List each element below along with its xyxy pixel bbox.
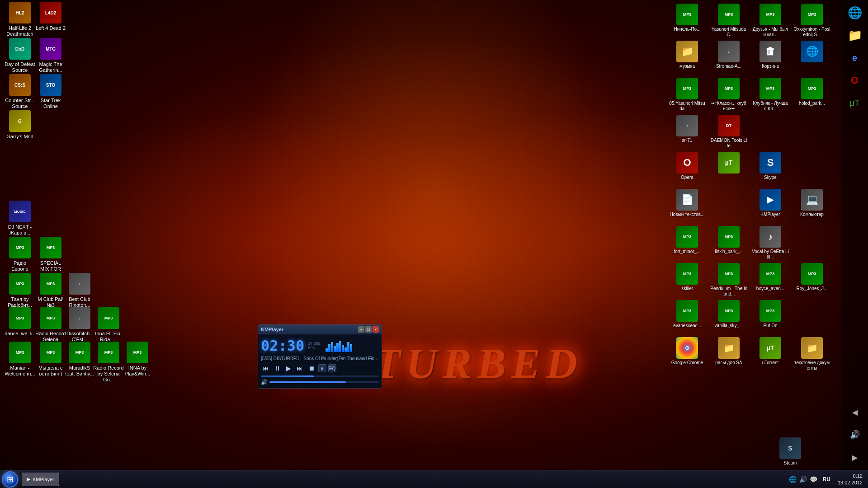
my-dela-label: Мы дела е вето (янп) <box>34 365 67 377</box>
pendulum-label: Pendulum - The Island... <box>709 286 748 297</box>
icon-inna-by[interactable]: MP3 INNA by Play&Win... <box>121 342 154 377</box>
icon-holod-park[interactable]: MP3 holod_park... <box>792 76 832 112</box>
kmplayer-close-button[interactable]: × <box>373 326 379 333</box>
icon-my-dela[interactable]: MP3 Мы дела е вето (янп) <box>34 342 67 377</box>
icon-sr71[interactable]: ♪ sr-71 <box>667 113 707 149</box>
tray-network-icon[interactable]: 🌐 <box>789 476 797 483</box>
icon-05yasunori[interactable]: MP3 05.Yasunori Mitsuda - Т... <box>667 76 707 112</box>
manian-label: Manian - Welcome m... <box>4 365 36 377</box>
icon-dissobitch[interactable]: ♪ Dissobitch - C'Est... <box>63 307 96 343</box>
kmplayer-stop-button[interactable]: ⏹ <box>307 364 316 373</box>
clock[interactable]: 0:12 13.02.2012 <box>836 473 864 486</box>
kmplayer-playlist-button[interactable]: ≡ <box>318 364 326 372</box>
icon-globe[interactable]: 🌐 <box>792 39 832 75</box>
kmplayer-titlebar: KMPlayer – □ × <box>258 324 382 334</box>
icon-opera[interactable]: O Opera <box>667 150 707 186</box>
icon-utorrent2[interactable]: µT <box>709 150 749 186</box>
tray-chat-icon[interactable]: 💬 <box>810 476 817 483</box>
icon-oxxxy[interactable]: MP3 Oxxxymiron - Poslednij S... <box>792 2 832 38</box>
icon-klubnak[interactable]: MP3 Клубняк - Лучшая Кл... <box>750 76 790 112</box>
icon-put-on[interactable]: MP3 Put On <box>750 298 790 334</box>
inna-icon: MP3 <box>98 307 119 329</box>
icon-linkin-park[interactable]: MP3 linkin_park_... <box>709 224 749 260</box>
sidebar-scroll-up-icon[interactable]: ◀ <box>844 401 866 423</box>
icon-druzya[interactable]: MP3 Друзья - Мы были как... <box>750 2 790 38</box>
icon-google-chrome[interactable]: ⊙ Google Chrome <box>667 335 707 371</box>
icon-rasy-sa[interactable]: 📁 расы для SA <box>709 335 749 371</box>
icon-skillet[interactable]: MP3 skillet <box>667 261 707 297</box>
icon-cs[interactable]: CS:S Counter-Str... Source <box>4 74 36 110</box>
skillet-label: skillet <box>680 286 693 292</box>
manian-icon: MP3 <box>9 342 31 363</box>
icon-utorrent[interactable]: µT uTorrent <box>750 335 790 371</box>
icon-muradiks[interactable]: MP3 MuradikS feat. Bahtiy... <box>63 342 96 377</box>
right-icons-grid: MP3 Нинель-По... MP3 Yasunori Mitsuda - … <box>665 0 837 470</box>
yasunori-label: Yasunori Mitsuda - С... <box>709 26 748 38</box>
taskbar: ⊞ ▶ KMPlayer 🌐 🔊 💬 RU 0:12 13.02.2012 <box>0 470 868 488</box>
kmplayer-prev-button[interactable]: ⏮ <box>261 364 271 373</box>
tray-volume-icon[interactable]: 🔊 <box>799 476 807 483</box>
icon-korzina[interactable]: 🗑 Корзина <box>750 39 790 75</box>
icon-star-trek[interactable]: STO Star Trek Online <box>34 74 67 110</box>
icon-best-club[interactable]: ♪ Best Club Rington... <box>63 273 96 309</box>
icon-klassn[interactable]: MP3 ••«Классн... клубняк••• <box>709 76 749 112</box>
kmplayer-pause-button[interactable]: ⏸ <box>273 364 283 373</box>
inna-by-label: INNA by Play&Win... <box>121 365 154 377</box>
kmplayer-maximize-button[interactable]: □ <box>365 326 372 333</box>
sidebar-globe-icon[interactable]: 🌐 <box>844 2 866 23</box>
sidebar-ie-icon[interactable]: e <box>844 47 866 69</box>
kmplayer-minimize-button[interactable]: – <box>358 326 364 333</box>
icon-day-of-defeat[interactable]: DoD Day of Defeat Source <box>4 38 36 74</box>
sidebar-volume-icon[interactable]: 🔊 <box>844 424 866 446</box>
icon-vanilla-sky[interactable]: MP3 vanilla_sky_... <box>709 298 749 334</box>
icon-special-mix[interactable]: MP3 SPECIAL MIX FOR NEW... <box>34 237 67 279</box>
icon-garrys-mod[interactable]: G Garry's Mod <box>4 110 36 140</box>
day-of-defeat-label: Day of Defeat Source <box>4 61 36 74</box>
icon-vocal-detta[interactable]: ♪ Vocal by DeEtta Littl... <box>750 224 790 260</box>
icon-boyce-aven[interactable]: MP3 boyce_aven... <box>750 261 790 297</box>
icon-manian[interactable]: MP3 Manian - Welcome m... <box>4 342 36 377</box>
icon-komputer[interactable]: 💻 Компьютер <box>792 187 832 223</box>
volume-bar[interactable] <box>269 381 379 383</box>
kmplayer-next-button[interactable]: ⏭ <box>295 364 305 373</box>
icon-ninel[interactable]: MP3 Нинель-По... <box>667 2 707 38</box>
language-indicator[interactable]: RU <box>820 475 833 483</box>
taskbar-kmplayer[interactable]: ▶ KMPlayer <box>22 473 59 486</box>
put-on-img: MP3 <box>760 300 781 322</box>
icon-inna[interactable]: MP3 Inna Ft. Flo-Rida -... <box>92 307 125 343</box>
icon-skype[interactable]: S Skype <box>750 150 790 186</box>
icon-stromae[interactable]: ♪ Stromae-A... <box>709 39 749 75</box>
icon-steam[interactable]: S Steam <box>770 436 810 466</box>
sidebar-utorrent-icon[interactable]: µT <box>844 92 866 114</box>
start-button[interactable]: ⊞ <box>2 471 18 488</box>
icon-fort-minor[interactable]: MP3 fort_minor_... <box>667 224 707 260</box>
blank-r4-img <box>718 189 740 211</box>
muradiks-icon: MP3 <box>69 342 90 363</box>
icon-evanescenc[interactable]: MP3 evanescenc... <box>667 298 707 334</box>
icon-blank-r1 <box>750 113 790 149</box>
icon-yasunori[interactable]: MP3 Yasunori Mitsuda - С... <box>709 2 749 38</box>
kmplayer-eq-button[interactable]: EQ <box>328 364 336 372</box>
icon-muzika[interactable]: 📁 музыка <box>667 39 707 75</box>
icon-tanyaby[interactable]: MP3 Таня by Радiобит... <box>4 273 36 309</box>
icon-daemon[interactable]: DT DAEMON Tools Lite <box>709 113 749 149</box>
sidebar-opera-icon[interactable]: O <box>844 70 866 91</box>
icon-pendulum[interactable]: MP3 Pendulum - The Island... <box>709 261 749 297</box>
sidebar-folder-icon[interactable]: 📁 <box>844 24 866 46</box>
icon-radio-record2[interactable]: MP3 Radio Record by Selena Go... <box>92 342 125 384</box>
icon-half-life2[interactable]: HL2 Half-Life 2 Deathmatch <box>4 2 36 38</box>
icon-textovye[interactable]: 📁 текстовые документы <box>792 335 832 371</box>
kmplayer-seek-bar[interactable] <box>261 375 379 377</box>
vanilla-sky-img: MP3 <box>718 300 740 322</box>
sidebar-scroll-dn-icon[interactable]: ▶ <box>844 446 866 468</box>
kmplayer-play-button[interactable]: ▶ <box>284 364 293 373</box>
icon-dj-next[interactable]: MUSIC DJ NEXT - Жара в... <box>4 201 36 236</box>
pendulum-img: MP3 <box>718 263 740 285</box>
icon-roy-jones[interactable]: MP3 Roy_Jones_J... <box>792 261 832 297</box>
icon-l4d2[interactable]: L4D2 Left 4 Dead 2 <box>34 2 67 32</box>
icon-kmplayer[interactable]: ▶ KMPlayer <box>750 187 790 223</box>
icon-mclub[interactable]: MP3 M Club Рай №3 <box>34 273 67 309</box>
icon-magic[interactable]: MTG Magic The Gatherin... <box>34 38 67 74</box>
icon-new-text[interactable]: 📄 Новый текстов... <box>667 187 707 223</box>
icon-dance[interactable]: MP3 dance_we_li... <box>4 307 36 343</box>
